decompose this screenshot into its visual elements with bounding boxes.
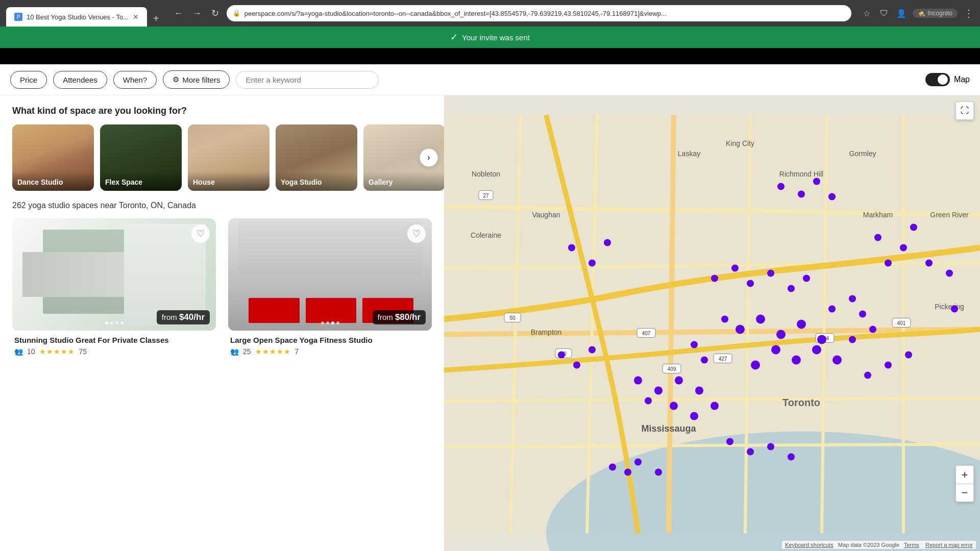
results-count: 262 yoga studio spaces near Toronto, ON,…	[12, 201, 432, 210]
url-text: peerspace.com/s/?a=yoga-studio&location=…	[244, 10, 846, 17]
carousel-next-button[interactable]: ›	[420, 148, 438, 167]
address-icons: ☆ 🛡 👤	[860, 6, 909, 20]
svg-point-65	[792, 356, 801, 365]
favorite-button-2[interactable]: ♡	[407, 224, 426, 243]
svg-point-53	[711, 275, 718, 282]
svg-point-89	[634, 459, 642, 466]
favorite-button-1[interactable]: ♡	[191, 224, 210, 243]
svg-point-62	[797, 320, 806, 329]
svg-point-98	[864, 372, 871, 379]
dot-1-2	[110, 321, 113, 324]
rating-stars-2: ★★★★★	[255, 347, 291, 356]
price-value-2: $80/hr	[395, 312, 421, 322]
shield-icon[interactable]: 🛡	[877, 6, 891, 20]
dot-2-2	[326, 321, 329, 324]
svg-point-46	[874, 234, 881, 241]
space-type-yoga-studio[interactable]: Yoga Studio	[276, 124, 357, 191]
more-filters-button[interactable]: ⚙ More filters	[163, 70, 230, 89]
left-panel: What kind of space are you looking for? …	[0, 95, 444, 551]
browser-tabs: P 10 Best Yoga Studio Venues - To... ✕ +	[6, 0, 163, 27]
listing-info-2: Large Open Space Yoga Fitness Studio 👥 2…	[228, 331, 432, 356]
notification-message: Your invite was sent	[462, 33, 530, 42]
price-value-1: $40/hr	[179, 312, 205, 322]
dot-1-4	[120, 321, 124, 324]
listing-image-1: ♡ from $40/hr	[12, 218, 216, 331]
address-bar[interactable]: 🔒 peerspace.com/s/?a=yoga-studio&locatio…	[227, 5, 852, 21]
browser-tab-active[interactable]: P 10 Best Yoga Studio Venues - To... ✕	[6, 7, 147, 27]
svg-point-78	[670, 402, 678, 410]
map-toggle: Map	[925, 73, 970, 86]
svg-point-50	[568, 244, 575, 252]
map-panel: 27 50 50 407 409 427 404 401 Nobleton Co…	[444, 95, 980, 551]
map-toggle-switch[interactable]	[925, 73, 950, 86]
browser-menu-button[interactable]: ⋮	[964, 7, 974, 19]
space-type-house[interactable]: House	[188, 124, 270, 191]
back-button[interactable]: ←	[172, 6, 186, 20]
svg-point-59	[736, 325, 745, 334]
dot-2-3	[331, 321, 334, 324]
terms-link[interactable]: Terms	[904, 542, 919, 548]
svg-point-63	[817, 335, 826, 344]
svg-point-96	[885, 362, 892, 369]
svg-point-100	[946, 270, 953, 277]
bookmark-icon[interactable]: ☆	[860, 6, 874, 20]
report-error-link[interactable]: Report a map error	[925, 542, 973, 548]
svg-point-43	[798, 191, 805, 198]
svg-text:407: 407	[642, 331, 651, 336]
space-type-flex-space[interactable]: Flex Space	[100, 124, 182, 191]
notification-banner: ✓ Your invite was sent	[0, 27, 980, 48]
svg-text:27: 27	[483, 193, 489, 198]
reload-button[interactable]: ↻	[208, 6, 223, 20]
tab-title: 10 Best Yoga Studio Venues - To...	[27, 13, 129, 21]
main-layout: What kind of space are you looking for? …	[0, 95, 980, 551]
dance-studio-label: Dance Studio	[17, 178, 63, 186]
svg-point-54	[731, 265, 739, 272]
price-prefix-2: from	[378, 313, 395, 321]
keyword-input[interactable]	[236, 71, 379, 89]
when-filter-button[interactable]: When?	[113, 71, 157, 89]
keyboard-shortcuts-link[interactable]: Keyboard shortcuts	[785, 542, 834, 548]
profile-icon[interactable]: 👤	[894, 6, 909, 20]
svg-text:Mississauga: Mississauga	[641, 423, 696, 434]
svg-point-92	[609, 464, 616, 471]
gallery-label: Gallery	[369, 178, 393, 186]
listing-price-1: from $40/hr	[157, 310, 210, 324]
map-toggle-label: Map	[954, 75, 970, 84]
attendees-filter-button[interactable]: Attendees	[53, 71, 107, 89]
space-type-dance-studio[interactable]: Dance Studio	[12, 124, 94, 191]
svg-point-74	[634, 377, 642, 385]
tab-close-button[interactable]: ✕	[133, 13, 139, 21]
yoga-studio-label: Yoga Studio	[281, 178, 322, 186]
svg-point-86	[558, 352, 565, 359]
svg-point-42	[777, 183, 785, 190]
dot-1-3	[115, 321, 118, 324]
zoom-in-button[interactable]: +	[955, 465, 974, 484]
svg-point-51	[589, 260, 596, 267]
svg-text:Laskay: Laskay	[678, 149, 700, 158]
svg-text:Nobleton: Nobleton	[472, 170, 500, 178]
attendees-count-1: 10	[27, 347, 35, 356]
attendees-icon-2: 👥	[230, 347, 239, 356]
svg-point-83	[747, 448, 754, 456]
listing-card-1[interactable]: ♡ from $40/hr Stunning Studio Great For …	[12, 218, 216, 356]
map-zoom-controls: + −	[955, 465, 974, 502]
new-tab-button[interactable]: +	[149, 11, 163, 27]
map-fullscreen-button[interactable]: ⛶	[955, 102, 974, 120]
svg-point-47	[900, 244, 907, 252]
svg-text:King City: King City	[726, 139, 754, 147]
svg-text:50: 50	[509, 315, 516, 321]
tab-favicon: P	[14, 13, 22, 21]
browser-chrome: P 10 Best Yoga Studio Venues - To... ✕ +…	[0, 0, 980, 27]
incognito-label: Incognito	[927, 10, 952, 17]
zoom-out-button[interactable]: −	[955, 484, 974, 502]
price-filter-button[interactable]: Price	[10, 71, 47, 89]
map-container[interactable]: 27 50 50 407 409 427 404 401 Nobleton Co…	[444, 95, 980, 551]
listing-card-2[interactable]: ♡ from $80/hr Large Open Space Yoga Fitn…	[228, 218, 432, 356]
svg-point-70	[849, 295, 856, 303]
forward-button[interactable]: →	[190, 6, 204, 20]
nav-controls: ← → ↻	[172, 6, 223, 20]
svg-text:427: 427	[719, 356, 727, 362]
svg-point-81	[645, 397, 652, 405]
svg-point-48	[885, 260, 892, 267]
svg-text:409: 409	[668, 366, 676, 372]
